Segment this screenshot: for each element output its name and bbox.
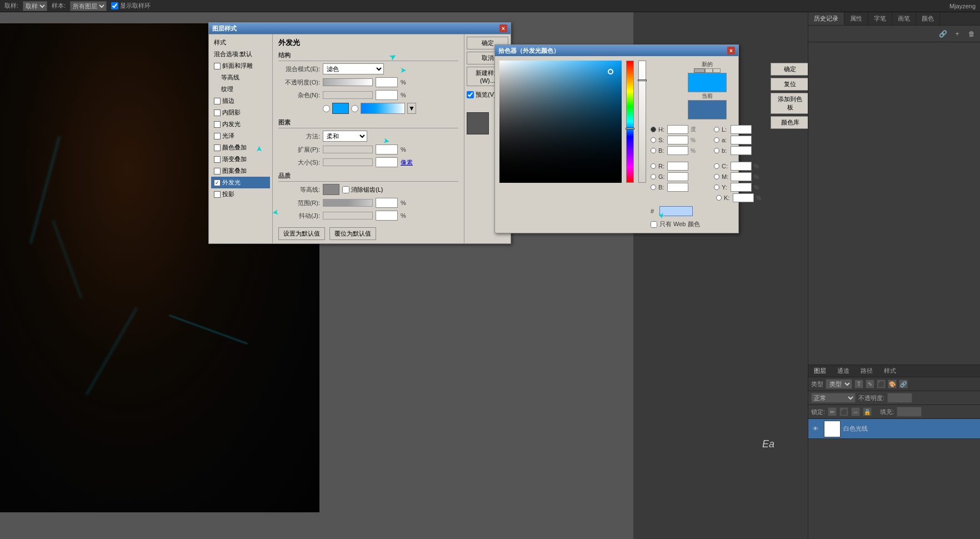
color-new-swatch[interactable] [688, 73, 727, 92]
lock-icon-4[interactable]: 🔒 [863, 407, 872, 416]
anti-alias-checkbox[interactable] [342, 186, 349, 193]
style-item-inner-shadow[interactable]: 内阴影 [211, 107, 270, 118]
restore-defaults-btn[interactable]: 覆位为默认值 [329, 227, 376, 240]
r-input[interactable]: 0 [667, 162, 688, 171]
inner-shadow-checkbox[interactable] [214, 109, 221, 116]
layer-icon-1[interactable]: T [854, 380, 863, 388]
style-item-color-overlay[interactable]: 颜色叠加 [211, 142, 270, 153]
bevel-checkbox[interactable] [214, 63, 221, 69]
h-input[interactable]: 202 [667, 125, 688, 134]
hue-bar[interactable] [626, 61, 634, 183]
gradient-options[interactable]: ▼ [407, 103, 416, 114]
a-input[interactable]: -10 [731, 136, 752, 144]
fill-layer-input[interactable]: 100% [897, 407, 922, 417]
color-library-btn[interactable]: 颜色库 [771, 116, 809, 129]
style-item-stroke[interactable]: 描边 [211, 95, 270, 107]
opacity-slider[interactable] [323, 78, 373, 86]
color-overlay-checkbox[interactable] [214, 144, 221, 151]
layer-icon-3[interactable]: ⬛ [877, 380, 886, 388]
layer-icon-5[interactable]: 🔗 [899, 380, 908, 388]
noise-slider[interactable] [323, 91, 373, 99]
c-input[interactable]: 72 [731, 162, 752, 171]
size-slider[interactable] [323, 158, 373, 166]
contour-preview[interactable] [323, 184, 339, 195]
icon-plus[interactable]: + [952, 28, 963, 39]
lock-icon-1[interactable]: ✏ [828, 407, 837, 416]
gradient-overlay-checkbox[interactable] [214, 156, 221, 163]
style-item-contour[interactable]: 等高线 [211, 72, 270, 83]
style-item-texture[interactable]: 纹理 [211, 83, 270, 95]
stroke-checkbox[interactable] [214, 98, 221, 104]
hex-input[interactable]: 00a2fe [659, 206, 693, 216]
spread-input[interactable]: 0 [376, 144, 398, 154]
layer-icon-4[interactable]: 🎨 [888, 380, 897, 388]
l-radio[interactable] [714, 127, 719, 132]
range-slider[interactable] [323, 199, 373, 207]
r-radio[interactable] [651, 163, 656, 169]
y-input[interactable]: 0 [731, 183, 752, 192]
style-item-styles[interactable]: 样式 [211, 37, 270, 48]
layer-tab[interactable]: 图层 [808, 365, 832, 377]
method-select[interactable]: 柔和 [323, 131, 367, 142]
m-radio[interactable] [714, 174, 719, 179]
styles-tab[interactable]: 样式 [878, 365, 902, 377]
tab-history[interactable]: 历史记录 [808, 12, 844, 25]
b-input[interactable]: 99 [667, 146, 688, 155]
tab-brush[interactable]: 画笔 [892, 12, 916, 25]
h-radio[interactable] [651, 127, 656, 132]
style-item-blend[interactable]: 混合选项:默认 [211, 48, 270, 60]
gradient-swatch[interactable] [361, 103, 405, 114]
k-radio[interactable] [716, 195, 722, 201]
c-radio[interactable] [714, 163, 719, 169]
color-cancel-btn[interactable]: 复位 [771, 78, 809, 91]
jitter-input[interactable]: 0 [376, 211, 398, 221]
outer-glow-checkbox[interactable] [214, 179, 221, 186]
tab-properties[interactable]: 属性 [844, 12, 868, 25]
show-sample-ring-checkbox[interactable] [111, 2, 118, 9]
color-picker-close[interactable]: × [727, 47, 735, 54]
b3-radio[interactable] [651, 184, 656, 190]
b2-radio[interactable] [714, 148, 719, 153]
range-input[interactable]: 50 [376, 198, 398, 208]
opacity-layer-input[interactable]: 100% [887, 393, 912, 403]
color-gradient-box[interactable] [499, 61, 622, 183]
paths-tab[interactable]: 路径 [855, 365, 878, 377]
style-item-pattern-overlay[interactable]: 图案叠加 [211, 165, 270, 177]
s-radio[interactable] [651, 137, 656, 143]
kind-dropdown[interactable]: 类型 [826, 379, 852, 389]
b3-input[interactable]: 254 [667, 183, 688, 192]
sample-type-dropdown[interactable]: 取样 [23, 1, 47, 11]
web-color-checkbox[interactable] [651, 221, 657, 228]
noise-input[interactable]: 0 [376, 90, 398, 100]
drop-shadow-checkbox[interactable] [214, 191, 221, 198]
g-input[interactable]: 162 [667, 172, 688, 181]
layer-icon-2[interactable]: ✎ [866, 380, 874, 388]
blend-mode-select[interactable]: 滤色 [323, 63, 384, 74]
color-gradient-radio[interactable] [351, 105, 358, 112]
lock-icon-2[interactable]: ⬛ [839, 407, 848, 416]
style-item-bevel[interactable]: 斜面和浮雕 [211, 60, 270, 72]
tab-color[interactable]: 颜色 [916, 12, 940, 25]
blend-mode-layer-dropdown[interactable]: 正常 [811, 393, 856, 403]
layer-row-white-light[interactable]: 👁 白色光线 [808, 419, 980, 439]
color-swatch[interactable] [332, 103, 349, 114]
reset-defaults-btn[interactable]: 设置为默认值 [278, 227, 325, 240]
inner-glow-checkbox[interactable] [214, 121, 221, 128]
icon-link[interactable]: 🔗 [937, 28, 948, 39]
alpha-bar[interactable] [638, 61, 646, 183]
style-item-drop-shadow[interactable]: 投影 [211, 188, 270, 200]
layer-eye-icon[interactable]: 👁 [811, 425, 820, 433]
layer-dropdown[interactable]: 所有图层 [70, 1, 107, 11]
pattern-overlay-checkbox[interactable] [214, 168, 221, 174]
spread-slider[interactable] [323, 146, 373, 153]
layer-style-close[interactable]: × [499, 24, 507, 32]
k-input[interactable]: 0 [733, 193, 754, 202]
lock-icon-3[interactable]: ↔ [851, 407, 860, 416]
preview-checkbox[interactable] [467, 91, 474, 98]
channels-tab[interactable]: 通道 [832, 365, 855, 377]
add-to-swatches-btn[interactable]: 添加到色板 [771, 93, 809, 114]
size-input[interactable]: 4 [376, 157, 398, 167]
color-solid-radio[interactable] [323, 105, 330, 112]
s-input[interactable]: 100 [667, 136, 688, 144]
b2-input[interactable]: -56 [731, 146, 752, 155]
